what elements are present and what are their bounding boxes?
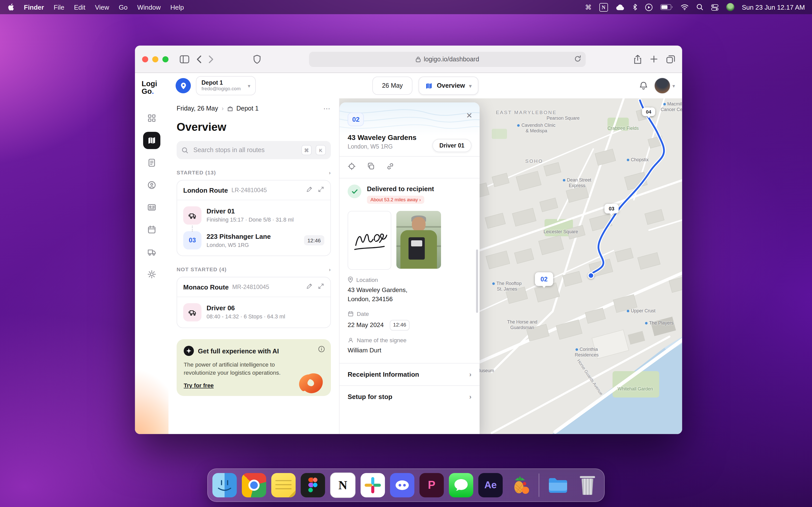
back-button[interactable] — [196, 55, 201, 63]
map-label: The Rooftop St. James — [491, 281, 523, 292]
close-icon[interactable]: ✕ — [466, 112, 472, 119]
more-options-icon[interactable]: ⋯ — [323, 104, 331, 113]
menu-help[interactable]: Help — [170, 3, 184, 11]
panel-scrollbar[interactable] — [476, 249, 478, 313]
map-marker-03[interactable]: 03 — [604, 204, 619, 214]
close-window-button[interactable] — [142, 56, 148, 62]
map-canvas[interactable]: 02 03 04 EAST MARYLEBONE SOHO Leicester … — [340, 98, 682, 434]
dock-downloads-folder[interactable] — [546, 473, 570, 497]
apple-menu-icon[interactable] — [7, 3, 14, 11]
play-status-icon[interactable] — [645, 3, 652, 11]
share-icon[interactable] — [634, 55, 642, 64]
privacy-shield-icon[interactable] — [253, 55, 261, 64]
dock-app-notion[interactable]: N — [330, 472, 356, 498]
edit-route-icon[interactable] — [306, 185, 313, 195]
spotlight-search-icon[interactable] — [696, 4, 703, 11]
menu-edit[interactable]: Edit — [74, 3, 85, 11]
sidebar-item-orders[interactable] — [143, 154, 160, 172]
dock-app-discord[interactable] — [390, 473, 414, 497]
proof-of-delivery-photo[interactable] — [396, 211, 441, 269]
route-card-london[interactable]: London Route LR-24810045 — [176, 180, 331, 256]
edit-route-icon[interactable] — [306, 282, 313, 291]
section-started[interactable]: STARTED (13) › — [176, 169, 331, 175]
new-tab-icon[interactable] — [650, 55, 658, 63]
dock-app-messages[interactable] — [449, 473, 473, 497]
dock-app-after-effects[interactable]: Ae — [478, 473, 503, 497]
breadcrumb-date[interactable]: Friday, 26 May — [176, 105, 218, 112]
reload-icon[interactable] — [574, 55, 581, 64]
map-label: Leicester Square — [544, 229, 578, 234]
copy-icon[interactable] — [367, 162, 375, 172]
kbd-cmd: ⌘ — [301, 145, 312, 155]
notifications-bell-icon[interactable] — [639, 81, 648, 91]
sidebar-toggle-icon[interactable] — [180, 55, 189, 63]
sidebar-item-settings[interactable] — [143, 266, 160, 283]
stop-number-badge: 02 — [348, 113, 364, 126]
menu-go[interactable]: Go — [119, 3, 128, 11]
user-avatar-status-icon[interactable] — [726, 3, 734, 11]
menu-app-name[interactable]: Finder — [24, 3, 44, 11]
try-for-free-link[interactable]: Try for free — [184, 382, 214, 388]
date-filter-button[interactable]: 26 May — [372, 76, 412, 95]
expand-route-icon[interactable] — [318, 185, 324, 195]
search-input[interactable] — [192, 146, 297, 154]
cloud-status-icon[interactable] — [615, 4, 624, 10]
dock-app-slack[interactable] — [361, 473, 385, 497]
depot-pin-button[interactable] — [175, 78, 191, 93]
sidebar-item-calendar[interactable] — [143, 221, 160, 238]
menu-file[interactable]: File — [54, 3, 64, 11]
app-header: Depot 1 fredo@logigo.com ▾ 26 May Overvi… — [168, 73, 682, 98]
dock-app-stickies[interactable] — [271, 473, 296, 497]
setup-for-stop-row[interactable]: Setup for stop › — [340, 386, 479, 408]
notion-status-icon[interactable]: N — [599, 3, 608, 11]
sidebar-item-support[interactable] — [143, 177, 160, 194]
menu-window[interactable]: Window — [137, 3, 161, 11]
van-icon — [183, 303, 201, 322]
driver-row[interactable]: Driver 01 Finishing 15:17 · Done 5/8 · 3… — [183, 206, 324, 225]
expand-route-icon[interactable] — [318, 282, 324, 291]
dock-app-p[interactable]: P — [419, 473, 444, 497]
dock-app-chrome[interactable] — [242, 473, 266, 497]
battery-status-icon[interactable] — [660, 4, 673, 10]
signature-image[interactable] — [348, 211, 391, 270]
user-avatar-menu[interactable]: ▾ — [654, 77, 675, 94]
dock-trash[interactable] — [575, 473, 600, 497]
link-icon[interactable] — [386, 162, 394, 172]
view-mode-dropdown[interactable]: Overview ▾ — [418, 76, 478, 95]
menu-bar-clock[interactable]: Sun 23 Jun 12.17 AM — [742, 3, 805, 11]
dock-app-finder[interactable] — [212, 473, 237, 497]
recipient-information-row[interactable]: Receipient Information › — [340, 364, 479, 386]
safari-toolbar: logigo.io/dashboard — [135, 46, 682, 73]
depot-selector[interactable]: Depot 1 fredo@logigo.com ▾ — [196, 76, 256, 95]
depot-name: Depot 1 — [201, 79, 241, 86]
info-icon[interactable] — [318, 345, 325, 354]
control-center-icon[interactable] — [711, 3, 718, 11]
driver-row[interactable]: Driver 06 08:40 - 14:32 · 6 Stops · 64.3… — [183, 303, 324, 322]
address-field[interactable]: logigo.io/dashboard — [309, 51, 586, 67]
map-marker-02[interactable]: 02 — [535, 272, 553, 286]
map-marker-04[interactable]: 04 — [642, 108, 655, 116]
dock-app-fruit[interactable] — [508, 473, 532, 497]
sidebar-item-map[interactable] — [143, 132, 160, 149]
sidebar-item-fleet[interactable] — [143, 244, 160, 261]
forward-button[interactable] — [209, 55, 214, 63]
navigate-gps-icon[interactable] — [348, 162, 356, 172]
sidebar-item-contacts[interactable] — [143, 199, 160, 216]
stop-row[interactable]: 03 223 Pitshanger Lane London, W5 1RG 12… — [183, 231, 324, 249]
menu-view[interactable]: View — [95, 3, 109, 11]
traffic-lights — [142, 56, 168, 62]
route-card-monaco[interactable]: Monaco Route MR-24810045 — [176, 277, 331, 328]
driver-chip[interactable]: Driver 01 — [433, 139, 471, 152]
section-not-started[interactable]: NOT STARTED (4) › — [176, 266, 331, 272]
distance-warning-badge[interactable]: About 53.2 miles away › — [367, 196, 424, 204]
chevron-right-icon: › — [469, 371, 471, 379]
breadcrumb-depot[interactable]: Depot 1 — [237, 105, 259, 112]
minimize-window-button[interactable] — [152, 56, 158, 62]
wifi-status-icon[interactable] — [680, 4, 689, 10]
zoom-window-button[interactable] — [162, 56, 168, 62]
figma-status-icon[interactable]: ⌘ — [585, 3, 592, 11]
bluetooth-status-icon[interactable] — [632, 4, 637, 11]
tab-overview-icon[interactable] — [666, 55, 675, 63]
dock-app-figma[interactable] — [301, 473, 325, 497]
sidebar-item-dashboard[interactable] — [143, 110, 160, 127]
